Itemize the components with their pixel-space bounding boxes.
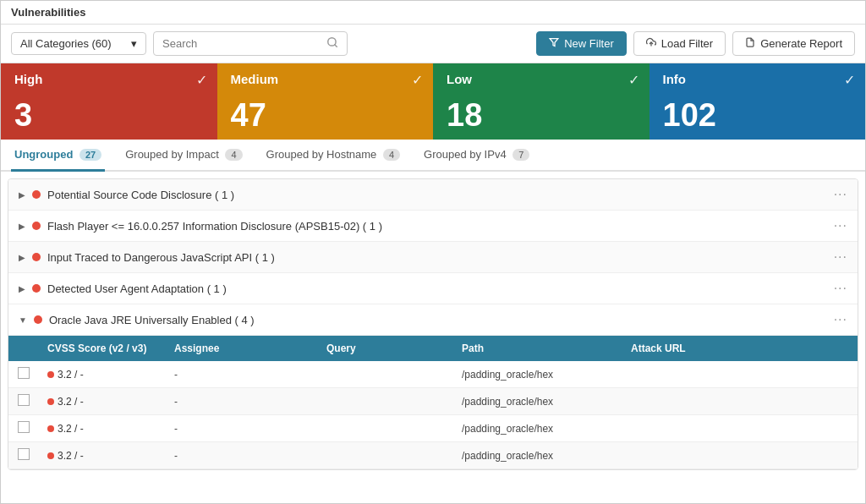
query-cell: [318, 361, 453, 388]
load-filter-button[interactable]: Load Filter: [633, 31, 726, 56]
more-options-icon[interactable]: ···: [834, 312, 847, 327]
chevron-down-icon: ▾: [131, 37, 137, 50]
vuln-name: Input Traced to Dangerous JavaScript API…: [47, 251, 834, 264]
severity-dot: [32, 222, 41, 230]
medium-count: 47: [231, 99, 420, 131]
expand-icon: ▶: [19, 253, 25, 262]
more-options-icon[interactable]: ···: [834, 218, 847, 233]
info-count: 102: [663, 99, 852, 131]
query-cell: [318, 442, 453, 469]
vuln-name: Detected User Agent Adaptation ( 1 ): [47, 282, 834, 295]
row-checkbox[interactable]: [18, 367, 30, 379]
low-label: Low: [447, 72, 636, 86]
assignee-cell: -: [166, 415, 318, 442]
card-medium[interactable]: ✓ Medium 47: [217, 63, 434, 140]
col-header-check: [8, 336, 39, 361]
expand-icon: ▼: [19, 315, 27, 325]
score-value: 3.2 / -: [58, 369, 84, 381]
generate-report-button[interactable]: Generate Report: [732, 31, 855, 56]
path-cell: /padding_oracle/hex: [453, 361, 622, 388]
page-title: Vulnerabilities: [11, 6, 85, 19]
card-low[interactable]: ✓ Low 18: [433, 63, 650, 140]
upload-icon: [646, 37, 656, 50]
path-cell: /padding_oracle/hex: [453, 388, 622, 415]
vuln-name: Flash Player <= 16.0.0.257 Information D…: [47, 220, 834, 233]
col-header-query: Query: [318, 336, 453, 361]
grouped-impact-badge: 4: [225, 149, 242, 161]
col-header-cvss: CVSS Score (v2 / v3): [39, 336, 166, 361]
vuln-row[interactable]: ▶ Input Traced to Dangerous JavaScript A…: [8, 242, 858, 273]
ungrouped-badge: 27: [79, 149, 101, 161]
assignee-cell: -: [166, 442, 318, 469]
low-count: 18: [447, 99, 636, 131]
table-row: 3.2 / - - /padding_oracle/hex: [8, 442, 858, 469]
high-count: 3: [14, 99, 204, 131]
expanded-table-container: CVSS Score (v2 / v3) Assignee Query Path…: [8, 336, 858, 469]
tab-grouped-hostname[interactable]: Grouped by Hostname 4: [263, 140, 404, 172]
search-input[interactable]: [162, 37, 326, 50]
grouped-ipv4-badge: 7: [512, 149, 529, 161]
table-row: 3.2 / - - /padding_oracle/hex: [8, 415, 858, 442]
vuln-row[interactable]: ▶ Potential Source Code Disclosure ( 1 )…: [8, 179, 858, 211]
table-row: 3.2 / - - /padding_oracle/hex: [8, 388, 858, 415]
attack-url-cell: [622, 361, 858, 388]
severity-dot: [34, 315, 42, 324]
row-checkbox[interactable]: [18, 448, 30, 460]
score-dot: [47, 371, 54, 378]
new-filter-button[interactable]: New Filter: [536, 31, 627, 56]
category-dropdown[interactable]: All Categories (60) ▾: [11, 32, 146, 55]
score-value: 3.2 / -: [58, 450, 84, 462]
vuln-row[interactable]: ▼ Oracle Java JRE Universally Enabled ( …: [8, 304, 858, 336]
vuln-detail-table: CVSS Score (v2 / v3) Assignee Query Path…: [8, 336, 858, 469]
report-icon: [745, 37, 755, 50]
search-box: [153, 31, 348, 56]
vuln-name: Potential Source Code Disclosure ( 1 ): [47, 189, 834, 201]
attack-url-cell: [622, 415, 858, 442]
filter-icon: [549, 37, 559, 50]
severity-dot: [32, 190, 41, 199]
toolbar: All Categories (60) ▾ New Filter Load Fi…: [1, 25, 865, 63]
vuln-table-body: 3.2 / - - /padding_oracle/hex 3.2 / - - …: [8, 361, 858, 469]
more-options-icon[interactable]: ···: [834, 281, 847, 296]
more-options-icon[interactable]: ···: [834, 187, 847, 202]
svg-marker-2: [550, 39, 558, 47]
vuln-row[interactable]: ▶ Flash Player <= 16.0.0.257 Information…: [8, 211, 858, 242]
col-header-attack-url: Attack URL: [622, 336, 858, 361]
tab-ungrouped[interactable]: Ungrouped 27: [11, 140, 105, 172]
info-label: Info: [663, 72, 852, 86]
tab-grouped-ipv4[interactable]: Grouped by IPv4 7: [420, 140, 533, 172]
score-dot: [47, 398, 54, 405]
expand-icon: ▶: [19, 284, 25, 293]
table-row: 3.2 / - - /padding_oracle/hex: [8, 361, 858, 388]
card-high[interactable]: ✓ High 3: [1, 63, 217, 140]
score-dot: [47, 452, 54, 459]
medium-label: Medium: [231, 72, 420, 86]
high-check-icon: ✓: [196, 72, 207, 88]
row-checkbox[interactable]: [18, 394, 30, 406]
app-container: Vulnerabilities All Categories (60) ▾ Ne…: [0, 0, 866, 504]
tab-grouped-impact[interactable]: Grouped by Impact 4: [122, 140, 245, 172]
col-header-assignee: Assignee: [166, 336, 318, 361]
summary-cards: ✓ High 3 ✓ Medium 47 ✓ Low 18 ✓ Info 102: [1, 63, 865, 140]
path-cell: /padding_oracle/hex: [453, 415, 622, 442]
col-header-path: Path: [453, 336, 622, 361]
vulnerability-list: ▶ Potential Source Code Disclosure ( 1 )…: [8, 178, 858, 470]
more-options-icon[interactable]: ···: [834, 249, 847, 265]
severity-dot: [32, 253, 41, 261]
row-checkbox[interactable]: [18, 421, 30, 433]
query-cell: [318, 388, 453, 415]
card-info[interactable]: ✓ Info 102: [650, 63, 866, 140]
vuln-row[interactable]: ▶ Detected User Agent Adaptation ( 1 ) ·…: [8, 273, 858, 304]
medium-check-icon: ✓: [412, 72, 423, 88]
tabs-bar: Ungrouped 27 Grouped by Impact 4 Grouped…: [1, 140, 865, 172]
title-bar: Vulnerabilities: [1, 1, 865, 25]
score-value: 3.2 / -: [58, 423, 84, 435]
assignee-cell: -: [166, 361, 318, 388]
score-dot: [47, 425, 54, 432]
query-cell: [318, 415, 453, 442]
score-value: 3.2 / -: [58, 396, 84, 408]
svg-line-1: [334, 45, 337, 47]
search-icon: [326, 36, 338, 51]
vuln-name: Oracle Java JRE Universally Enabled ( 4 …: [49, 314, 834, 326]
attack-url-cell: [622, 388, 858, 415]
